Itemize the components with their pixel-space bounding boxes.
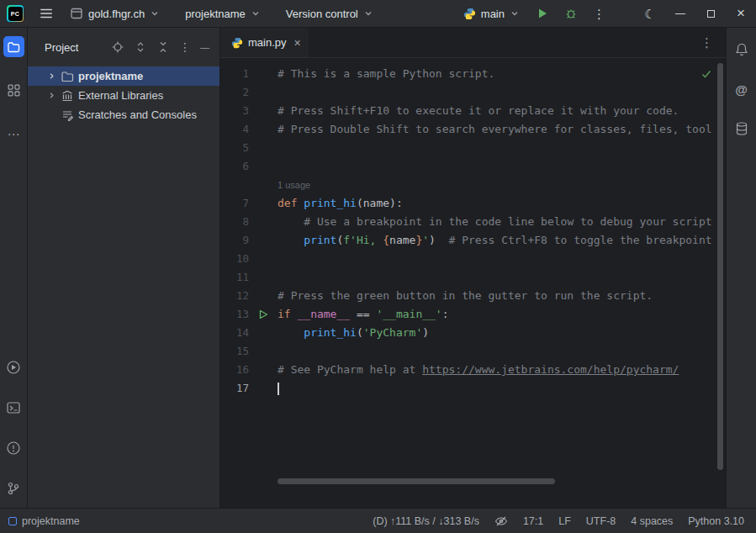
code-line[interactable]: 10 [220,250,726,268]
folder-icon [61,70,74,83]
gutter-space [249,83,278,102]
structure-toolwindow-button[interactable] [3,79,25,101]
code-line[interactable]: 2 [220,83,726,102]
module-label: projektname [22,515,80,527]
ai-assistant-button[interactable]: @ [731,78,752,100]
tree-item-label: projektname [78,70,143,82]
project-toolwindow: Project ⋮ — projektname External Librari… [28,28,220,508]
tree-item-scratches-and-consoles[interactable]: Scratches and Consoles [28,105,219,124]
debug-button[interactable] [560,3,582,24]
code-line[interactable]: 3# Press Shift+F10 to execute it or repl… [220,102,726,120]
gutter-space [249,157,278,176]
statusbar-module-widget[interactable]: projektname [8,515,80,527]
code-line[interactable]: 1 usage [220,176,726,194]
minimize-button[interactable]: — [665,0,695,28]
code-line[interactable]: 5 [220,139,726,157]
run-icon [536,7,549,20]
code-line[interactable]: 15 [220,342,726,361]
module-icon [8,517,17,525]
editor-options-button[interactable]: ⋮ [696,32,717,54]
indent-widget[interactable]: 4 spaces [631,515,673,527]
more-toolwindows-button[interactable]: ⋯ [3,123,24,145]
code-line[interactable]: 14 print_hi('PyCharm') [220,324,726,342]
project-toolwindow-header: Project ⋮ — [28,28,219,66]
version-control-toolwindow-button[interactable] [2,478,25,499]
project-options-button[interactable]: ⋮ [179,36,191,58]
database-toolwindow-button[interactable] [730,118,753,140]
gutter-space [249,139,278,157]
main-menu-button[interactable] [34,3,58,24]
usages-inlay-hint[interactable]: 1 usage [278,180,310,190]
code-line[interactable]: 9 print(f'Hi, {name}') # Press Ctrl+F8 t… [220,231,726,250]
encoding-widget[interactable]: UTF-8 [586,515,616,527]
chevron-down-icon [251,8,261,18]
code-line[interactable]: 16# See PyCharm help at https://www.jetb… [220,361,726,379]
problems-toolwindow-button[interactable] [2,437,25,459]
python-logo-icon [463,8,476,20]
tree-item-label: Scratches and Consoles [78,108,197,121]
code-text: # Press Shift+F10 to execute it or repla… [278,102,726,120]
left-toolbar-bottom-group [2,356,25,499]
collapse-all-button[interactable] [156,36,170,58]
highlighting-level-button[interactable] [494,515,508,528]
tree-item-projektname[interactable]: projektname [28,66,219,86]
maximize-button[interactable] [695,0,726,28]
horizontal-scrollbar[interactable] [278,478,555,484]
eye-off-icon [494,515,508,528]
gutter-space [249,231,278,250]
theme-toggle-button[interactable]: ☾ [635,0,665,28]
code-line[interactable]: 7def print_hi(name): [220,194,726,213]
code-line[interactable]: 6 [220,157,726,176]
line-separator-widget[interactable]: LF [558,515,571,527]
notifications-button[interactable] [730,39,753,61]
run-toolwindow-button[interactable] [2,356,25,378]
hide-toolwindow-button[interactable]: — [200,36,209,58]
line-number: 13 [220,305,249,324]
select-opened-file-button[interactable] [111,36,124,58]
code-text [278,379,726,398]
line-number [220,176,249,194]
code-text: # See PyCharm help at https://www.jetbra… [278,361,726,379]
code-line[interactable]: 4# Press Double Shift to search everywhe… [220,120,726,139]
gutter-space [249,65,278,83]
code-line[interactable]: 11 [220,268,726,287]
tab-main-py[interactable]: main.py × [220,28,309,58]
tab-close-icon[interactable]: × [294,36,301,50]
interpreter-widget[interactable]: Python 3.10 [688,515,744,527]
caret-position-widget[interactable]: 17:1 [523,515,543,527]
vcs-widget[interactable]: Version control [281,3,378,24]
code-editor[interactable]: 1# This is a sample Python script.23# Pr… [220,58,726,508]
network-stats-widget[interactable]: (D) ↑111 B/s / ↓313 B/s [373,515,479,527]
vertical-scrollbar[interactable] [717,63,723,470]
kebab-icon: ⋮ [700,36,713,49]
module-switcher[interactable]: projektname [180,3,266,24]
inspections-ok-icon[interactable] [700,68,712,80]
code-line[interactable]: 17 [220,379,726,398]
code-text: # Press the green button in the gutter t… [278,287,726,305]
run-gutter-icon[interactable] [249,305,278,324]
project-header-actions: ⋮ — [111,36,209,58]
tree-item-external-libraries[interactable]: External Libraries [28,86,219,105]
more-actions-button[interactable]: ⋮ [589,3,610,24]
code-line[interactable]: 1# This is a sample Python script. [220,65,726,83]
code-area: 1# This is a sample Python script.23# Pr… [220,65,726,398]
code-line[interactable]: 13if __name__ == '__main__': [220,305,726,324]
run-configuration-selector[interactable]: main [458,3,525,24]
terminal-toolwindow-button[interactable] [2,397,25,419]
line-number: 3 [220,102,249,120]
project-switcher-label: gold.fhgr.ch [88,8,145,20]
kebab-icon: ⋮ [593,8,605,20]
line-number: 4 [220,120,249,139]
expand-all-button[interactable] [134,36,147,58]
code-line[interactable]: 8 # Use a breakpoint in the code line be… [220,213,726,231]
project-toolwindow-button[interactable] [3,36,24,57]
close-button[interactable]: × [726,0,756,28]
run-configuration-label: main [481,8,505,20]
project-switcher[interactable]: gold.fhgr.ch [65,3,165,24]
code-text: if __name__ == '__main__': [278,305,726,324]
pycharm-logo-text: PC [8,7,23,21]
chevron-right-icon [47,71,56,81]
python-file-icon [231,37,243,49]
run-button[interactable] [531,3,553,24]
code-line[interactable]: 12# Press the green button in the gutter… [220,287,726,305]
